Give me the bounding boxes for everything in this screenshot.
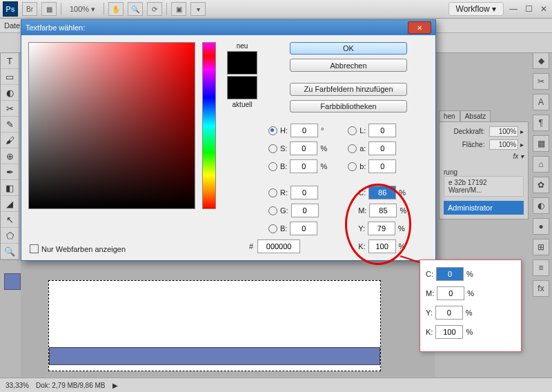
divider (166, 3, 167, 15)
color-libraries-button[interactable]: Farbbibliotheken (290, 100, 407, 112)
color-field[interactable] (28, 42, 195, 209)
status-doc[interactable]: Dok: 2,79 MB/9,86 MB (36, 382, 106, 389)
panel-icon[interactable]: ✿ (533, 177, 549, 193)
status-arrow-icon[interactable]: ▶ (112, 382, 118, 389)
panel-icon[interactable]: ▦ (533, 135, 549, 152)
checkbox-icon[interactable] (30, 244, 39, 253)
lasso-tool-icon[interactable]: ◐ (1, 85, 19, 101)
zoom-tool-icon[interactable]: 🔍 (1, 244, 19, 259)
c-field[interactable] (368, 186, 396, 199)
screen-mode-icon[interactable]: ▣ (171, 2, 186, 16)
layer-row[interactable]: e 32b 17192 Waren/M... (444, 176, 524, 197)
r-field[interactable] (290, 186, 318, 199)
callout-box: C:% M:% Y:% K:% (420, 259, 522, 352)
callout-m-field[interactable] (437, 286, 464, 300)
dialog-close-button[interactable]: ✕ (408, 21, 431, 34)
label: rung (444, 168, 524, 176)
k-label: K: (358, 242, 365, 251)
radio-lab-b[interactable] (348, 162, 357, 171)
panel-tab[interactable]: Absatz (460, 110, 491, 121)
lab-b-field[interactable] (368, 159, 396, 173)
panel-icon[interactable]: ¶ (533, 115, 549, 131)
s-field[interactable] (290, 141, 317, 155)
s-label: S: (280, 144, 287, 153)
k-field[interactable] (368, 239, 396, 253)
new-label: neu (237, 42, 248, 50)
panel-icon[interactable]: fx (533, 280, 549, 297)
topbar-button[interactable]: Br (22, 2, 37, 16)
panel-icon[interactable]: ✂ (533, 73, 549, 90)
stamp-tool-icon[interactable]: ⊕ (1, 148, 19, 164)
maximize-icon[interactable]: ☐ (523, 4, 534, 14)
workspace-switcher[interactable]: Workflow ▾ (448, 2, 504, 16)
cancel-button[interactable]: Abbrechen (290, 59, 407, 71)
g-field[interactable] (291, 204, 319, 217)
panel-tab[interactable]: hen (439, 110, 460, 121)
type-tool-icon[interactable]: T (1, 53, 19, 69)
status-zoom[interactable]: 33,33% (6, 382, 29, 389)
path-tool-icon[interactable]: ⬠ (1, 228, 19, 244)
panels-right: hen Absatz Deckkraft: 100% ▸ Fläche: 100… (439, 110, 529, 219)
hex-field[interactable] (257, 239, 300, 253)
a-field[interactable] (368, 141, 396, 155)
document[interactable] (48, 280, 381, 371)
hue-slider[interactable] (202, 42, 216, 209)
layer-row-active[interactable]: Administrator (444, 201, 524, 215)
radio-s[interactable] (268, 144, 277, 153)
ok-button[interactable]: OK (290, 42, 407, 55)
dialog-titlebar[interactable]: Textfarbe wählen: ✕ (21, 20, 435, 35)
radio-h[interactable] (268, 126, 277, 135)
panel-icon[interactable]: ◐ (533, 197, 549, 214)
bb-field[interactable] (290, 222, 317, 235)
menu-file[interactable]: Date (4, 21, 20, 30)
panel-icon[interactable]: ⊞ (533, 239, 549, 255)
zoom-icon[interactable]: 🔍 (128, 2, 143, 16)
fx-dropdown[interactable]: fx ▾ (444, 153, 524, 160)
hand-icon[interactable]: ✋ (108, 2, 124, 16)
marquee-tool-icon[interactable]: ▭ (1, 69, 19, 85)
web-colors-checkbox[interactable]: Nur Webfarben anzeigen (30, 244, 126, 253)
callout-k-field[interactable] (435, 325, 463, 339)
callout-c-field[interactable] (436, 267, 464, 281)
move-tool-icon[interactable]: ↖ (1, 212, 19, 228)
layers-panel: Deckkraft: 100% ▸ Fläche: 100% ▸ fx ▾ ru… (439, 121, 529, 219)
panel-icon[interactable]: ⌂ (533, 156, 549, 173)
y-field[interactable] (368, 222, 395, 235)
callout-y-field[interactable] (435, 306, 463, 320)
new-color-swatch (227, 51, 257, 75)
eraser-tool-icon[interactable]: ◧ (1, 180, 19, 196)
gradient-tool-icon[interactable]: ◢ (1, 196, 19, 212)
l-field[interactable] (368, 124, 396, 137)
panel-icon[interactable]: A (533, 94, 549, 110)
radio-b[interactable] (268, 162, 277, 171)
opacity-field[interactable]: 100% (489, 126, 518, 137)
m-field[interactable] (369, 204, 397, 217)
web-colors-label: Nur Webfarben anzeigen (41, 245, 126, 253)
radio-bb[interactable] (268, 224, 277, 233)
panel-icon[interactable]: ≡ (533, 259, 549, 276)
add-swatch-button[interactable]: Zu Farbfeldern hinzufügen (290, 83, 407, 95)
close-icon[interactable]: ✕ (538, 4, 549, 14)
radio-l[interactable] (348, 126, 357, 135)
divider (61, 3, 61, 15)
radio-r[interactable] (268, 188, 277, 197)
radio-a[interactable] (348, 144, 357, 153)
foreground-color-swatch[interactable] (4, 273, 21, 290)
zoom-dropdown[interactable]: 100% ▾ (66, 5, 99, 14)
rotate-icon[interactable]: ⟳ (147, 2, 162, 16)
fill-field[interactable]: 100% (489, 139, 518, 150)
panel-icon[interactable]: ◆ (533, 52, 549, 69)
eyedropper-tool-icon[interactable]: ✎ (1, 117, 19, 133)
b-field[interactable] (290, 159, 317, 173)
unit-label: % (398, 224, 405, 233)
crop-tool-icon[interactable]: ✂ (1, 101, 19, 117)
arrange-dropdown[interactable]: ▾ (190, 2, 206, 16)
h-field[interactable] (290, 124, 318, 137)
pen-tool-icon[interactable]: ✒ (1, 164, 19, 180)
minimize-icon[interactable]: — (508, 4, 519, 14)
radio-g[interactable] (268, 206, 277, 215)
current-color-swatch[interactable] (227, 76, 257, 99)
brush-tool-icon[interactable]: 🖌 (1, 133, 19, 148)
panel-icon[interactable]: ● (533, 218, 549, 235)
topbar-button[interactable]: ▦ (41, 2, 57, 16)
